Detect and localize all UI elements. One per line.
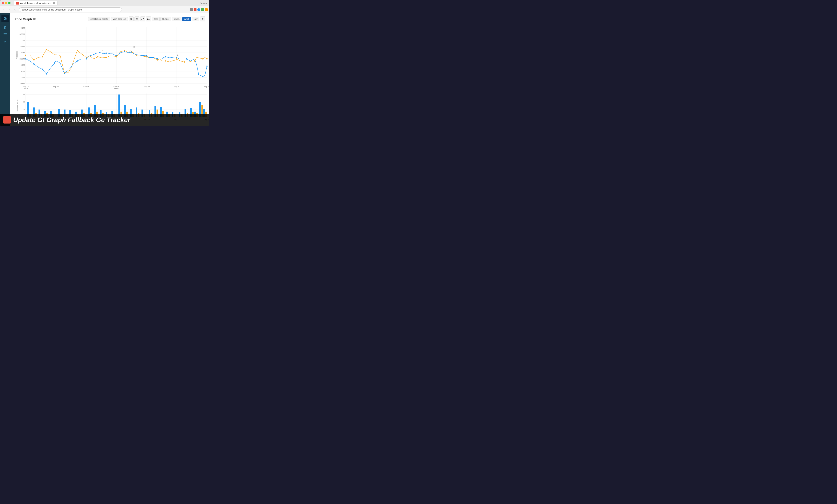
- svg-point-67: [157, 58, 158, 59]
- svg-text:Date: Date: [114, 88, 119, 90]
- svg-text:2.9M: 2.9M: [21, 52, 25, 54]
- svg-point-69: [176, 57, 177, 58]
- svg-text:Sep 22: Sep 22: [204, 86, 209, 88]
- sidebar-icon-2[interactable]: ☰: [2, 32, 8, 38]
- bottom-overlay: Update Gt Graph Fallback Ge Tracker: [0, 114, 209, 126]
- svg-point-54: [41, 69, 43, 70]
- svg-point-56: [54, 62, 55, 64]
- traffic-lights: [2, 2, 11, 4]
- refresh-icon-btn[interactable]: ↻: [135, 16, 139, 21]
- sidebar-logo: G: [1, 15, 9, 22]
- week-button[interactable]: Week: [182, 17, 191, 21]
- sidebar-icon-3[interactable]: ⌂: [2, 39, 8, 45]
- reload-button[interactable]: ↻: [13, 7, 17, 12]
- title-bar: Ale of the gods - Live price gr... × Jam…: [0, 0, 209, 6]
- svg-text:Sep 20: Sep 20: [144, 86, 150, 88]
- svg-text:2.8M: 2.8M: [21, 64, 25, 66]
- svg-text:2.75M: 2.75M: [20, 70, 25, 72]
- bottom-overlay-text: Update Gt Graph Fallback Ge Tracker: [13, 116, 130, 124]
- svg-text:2.7M: 2.7M: [21, 76, 25, 78]
- svg-rect-4: [14, 24, 209, 90]
- svg-point-46: [165, 60, 166, 61]
- month-button[interactable]: Month: [172, 17, 181, 21]
- svg-point-60: [93, 54, 94, 55]
- svg-text:Amount Traded: Amount Traded: [16, 99, 18, 112]
- svg-text:C: C: [177, 54, 179, 56]
- svg-point-70: [186, 58, 187, 59]
- tab-title: Ale of the gods - Live price gr...: [20, 2, 52, 4]
- toolbar-icon-3[interactable]: [197, 8, 200, 11]
- svg-text:A: A: [102, 50, 103, 52]
- header-controls: Disable beta graphs View Todo List ⚙ ↻ Y…: [88, 16, 205, 21]
- bar-chart-icon-btn[interactable]: [146, 16, 151, 21]
- svg-point-63: [116, 55, 117, 56]
- svg-text:Sep 18: Sep 18: [84, 86, 89, 88]
- svg-point-47: [176, 58, 177, 59]
- svg-point-58: [77, 60, 78, 61]
- forward-button[interactable]: ›: [7, 7, 12, 12]
- svg-text:B: B: [133, 46, 135, 48]
- toolbar-icon-5[interactable]: [205, 8, 208, 11]
- page-content: Price Graph Disable beta graphs View Tod…: [10, 13, 209, 126]
- minimize-button[interactable]: [5, 2, 7, 4]
- svg-text:3M: 3M: [22, 39, 25, 41]
- svg-point-37: [77, 50, 78, 51]
- browser-toolbar-icons: [190, 8, 208, 11]
- svg-rect-3: [149, 19, 150, 20]
- svg-point-53: [33, 64, 35, 65]
- year-button[interactable]: Year: [152, 17, 160, 21]
- toolbar-icon-4[interactable]: [201, 8, 204, 11]
- svg-point-72: [202, 76, 203, 77]
- tab-bar: Ale of the gods - Live price gr... ×: [14, 1, 198, 5]
- svg-rect-133: [119, 94, 120, 117]
- svg-text:60: 60: [23, 93, 25, 95]
- price-line-chart-wrapper: 3.1M 3.05M 3M 2.95M 2.9M 2.85M 2.8M: [14, 24, 205, 90]
- svg-point-51: [207, 58, 208, 59]
- quarter-button[interactable]: Quarter: [160, 17, 171, 21]
- close-button[interactable]: [2, 2, 4, 4]
- svg-point-62: [105, 53, 107, 54]
- svg-point-59: [86, 58, 87, 59]
- toolbar-icon-2[interactable]: [194, 8, 196, 11]
- active-tab[interactable]: Ale of the gods - Live price gr... ×: [14, 1, 57, 5]
- svg-point-61: [99, 52, 101, 53]
- svg-text:Sep 16: Sep 16: [23, 86, 29, 88]
- extensions-icon[interactable]: [190, 8, 193, 11]
- maximize-button[interactable]: [8, 2, 11, 4]
- settings-icon-btn[interactable]: ⚙: [129, 16, 133, 21]
- address-input[interactable]: [19, 7, 122, 12]
- svg-text:3.05M: 3.05M: [20, 33, 25, 35]
- svg-point-38: [86, 57, 87, 58]
- back-button[interactable]: ‹: [2, 7, 6, 12]
- address-bar: ‹ › ↻: [0, 6, 209, 13]
- svg-text:20: 20: [23, 108, 25, 110]
- disable-beta-button[interactable]: Disable beta graphs: [88, 17, 110, 21]
- svg-point-32: [25, 55, 26, 56]
- svg-point-35: [46, 49, 47, 50]
- browser-window: Ale of the gods - Live price gr... × Jam…: [0, 0, 209, 126]
- svg-point-64: [124, 51, 125, 52]
- section-title-text: Price Graph: [14, 17, 32, 21]
- svg-text:Sep 17: Sep 17: [53, 86, 59, 88]
- dropdown-arrow-icon[interactable]: ▼: [200, 16, 205, 21]
- tab-close-button[interactable]: ×: [53, 2, 55, 4]
- section-header: Price Graph Disable beta graphs View Tod…: [14, 16, 205, 21]
- svg-rect-0: [147, 19, 148, 20]
- svg-point-39: [97, 56, 99, 57]
- line-chart-icon-btn[interactable]: [140, 16, 145, 21]
- svg-point-68: [165, 56, 166, 57]
- svg-text:2.95M: 2.95M: [20, 46, 25, 48]
- svg-point-73: [207, 66, 208, 67]
- svg-rect-1: [148, 19, 148, 20]
- sidebar-icon-1[interactable]: 0: [2, 25, 8, 31]
- svg-rect-2: [149, 18, 149, 20]
- svg-text:Sep 21: Sep 21: [174, 86, 180, 88]
- svg-point-71: [198, 74, 199, 75]
- tab-favicon: [16, 2, 19, 4]
- view-todo-button[interactable]: View Todo List: [111, 17, 128, 21]
- svg-text:2017: 2017: [24, 88, 28, 90]
- pin-icon[interactable]: [33, 18, 36, 20]
- svg-point-49: [194, 60, 195, 61]
- svg-point-57: [64, 73, 65, 74]
- day-button[interactable]: Day: [192, 17, 199, 21]
